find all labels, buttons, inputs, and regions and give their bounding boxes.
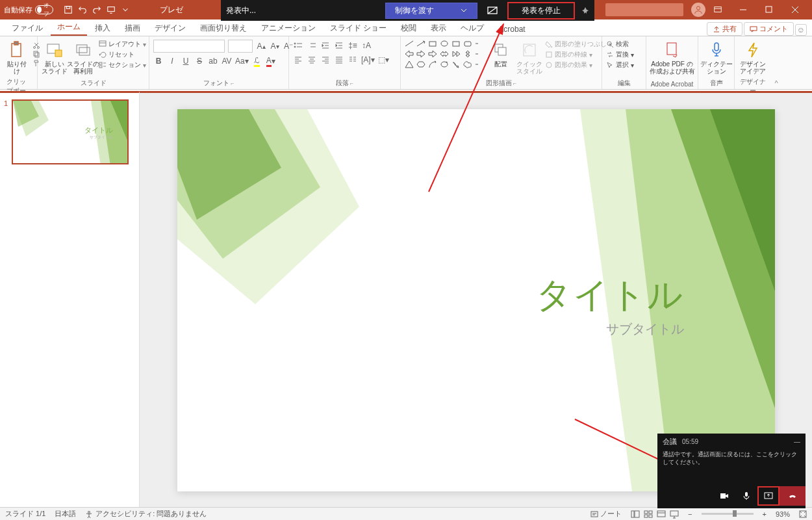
section-button[interactable]: セクション▾	[99, 60, 146, 70]
numbering-button[interactable]	[307, 40, 317, 51]
dictate-button[interactable]: ディクテー ション	[702, 40, 730, 76]
tab-slideshow[interactable]: スライド ショー	[324, 20, 393, 36]
strike-button[interactable]: S	[194, 55, 205, 67]
teams-mini-window[interactable]: 会議 05:59 — 通話中です。通話画面に戻るには、ここをクリックしてください…	[657, 434, 806, 508]
stop-presenting-button[interactable]: 発表を停止	[507, 2, 575, 20]
highlight-button[interactable]: ℒ	[252, 55, 262, 67]
slideshow-view-icon[interactable]	[670, 510, 679, 519]
increase-font-icon[interactable]: A▴	[256, 40, 266, 52]
shape-outline-button[interactable]: 図形の枠線▾	[545, 50, 612, 59]
hangup-button[interactable]	[780, 486, 806, 506]
align-right-button[interactable]	[320, 54, 331, 66]
minimize-button[interactable]	[730, 0, 756, 20]
font-color-button[interactable]: A▾	[266, 55, 276, 67]
shadow-button[interactable]: ab	[208, 55, 218, 67]
columns-button[interactable]	[348, 54, 358, 66]
arrange-button[interactable]: 配置	[488, 40, 514, 69]
normal-view-icon[interactable]	[631, 510, 640, 519]
ribbon-display-icon[interactable]	[713, 5, 722, 14]
tab-insert[interactable]: 挿入	[88, 20, 117, 36]
decrease-font-icon[interactable]: A▾	[270, 40, 280, 52]
indent-dec-button[interactable]	[320, 40, 331, 51]
notes-button[interactable]: ノート	[590, 509, 622, 519]
align-center-button[interactable]	[307, 54, 317, 66]
undo-icon[interactable]	[78, 5, 87, 14]
text-direction-button[interactable]: ↕A	[361, 40, 372, 51]
shape-effects-button[interactable]: 図形の効果▾	[545, 60, 612, 70]
zoom-in-icon[interactable]: +	[763, 510, 767, 518]
line-spacing-button[interactable]: ‡≡	[348, 40, 358, 51]
layout-button[interactable]: レイアウト▾	[99, 40, 146, 49]
bullets-button[interactable]	[293, 40, 303, 51]
give-control-dropdown[interactable]: 制御を渡す	[385, 3, 477, 19]
save-icon[interactable]	[64, 5, 73, 14]
share-button[interactable]: 共有	[707, 22, 742, 36]
slide-thumbnails-panel[interactable]: 1 タイトル サブタイトル	[0, 91, 140, 507]
close-button[interactable]	[782, 0, 808, 20]
shapes-gallery[interactable]	[405, 40, 485, 70]
tab-home[interactable]: ホーム	[51, 19, 87, 36]
maximize-button[interactable]	[756, 0, 782, 20]
underline-button[interactable]: U	[181, 55, 191, 67]
quick-styles-button[interactable]: クイック スタイル	[516, 40, 542, 76]
teams-mini-title: 会議	[663, 437, 677, 447]
zoom-slider[interactable]	[702, 513, 754, 515]
mic-button[interactable]	[735, 486, 757, 506]
user-avatar[interactable]	[691, 3, 705, 17]
feedback-icon[interactable]: ☺	[795, 24, 807, 36]
justify-button[interactable]	[334, 54, 344, 66]
indent-inc-button[interactable]	[334, 40, 344, 51]
new-slide-button[interactable]: 新しい スライド	[42, 40, 68, 76]
reuse-slides-button[interactable]: スライドの 再利用	[70, 40, 96, 76]
smartart-button[interactable]: ⬚▾	[378, 54, 389, 66]
zoom-level[interactable]: 93%	[776, 510, 790, 518]
slide-subtitle[interactable]: サブタイトル	[606, 320, 684, 338]
accessibility-status[interactable]: アクセシビリティ: 問題ありません	[85, 509, 207, 519]
tab-draw[interactable]: 描画	[118, 20, 147, 36]
share-screen-button[interactable]	[757, 486, 780, 506]
italic-button[interactable]: I	[167, 55, 177, 67]
launcher-icon[interactable]: ⌐	[513, 80, 516, 86]
more-icon[interactable]	[121, 5, 130, 14]
adobe-pdf-button[interactable]: Adobe PDF の 作成および共有	[650, 40, 694, 76]
align-text-button[interactable]: [A]▾	[361, 54, 375, 66]
tab-animations[interactable]: アニメーション	[255, 20, 322, 36]
char-spacing-button[interactable]: AV	[222, 55, 232, 67]
tab-acrobat[interactable]: Acrobat	[492, 22, 531, 36]
collapse-ribbon-icon[interactable]: ^	[771, 79, 781, 89]
teams-mini-minimize-icon[interactable]: —	[794, 438, 800, 445]
sorter-view-icon[interactable]	[644, 510, 653, 519]
slideshow-start-icon[interactable]	[107, 5, 116, 14]
bold-button[interactable]: B	[153, 55, 164, 67]
autosave-toggle[interactable]: 自動保存 オフ	[4, 5, 53, 15]
launcher-icon[interactable]: ⌐	[231, 80, 234, 86]
tab-view[interactable]: 表示	[424, 20, 453, 36]
slide-count[interactable]: スライド 1/1	[5, 509, 45, 519]
tab-transitions[interactable]: 画面切り替え	[194, 20, 253, 36]
shape-fill-button[interactable]: 図形の塗りつぶし▾	[545, 40, 612, 49]
reset-button[interactable]: リセット	[99, 50, 146, 59]
change-case-button[interactable]: Aa▾	[235, 55, 249, 67]
design-ideas-button[interactable]: デザイン アイデア	[739, 40, 767, 76]
camera-button[interactable]	[713, 486, 735, 506]
tab-help[interactable]: ヘルプ	[454, 20, 490, 36]
comments-button[interactable]: コメント	[744, 22, 794, 36]
tab-file[interactable]: ファイル	[5, 20, 49, 36]
reading-view-icon[interactable]	[657, 510, 666, 519]
font-family-combo[interactable]	[153, 40, 225, 53]
launcher-icon[interactable]: ⌐	[350, 80, 353, 86]
paste-button[interactable]: 貼り付け	[4, 40, 30, 76]
font-size-combo[interactable]	[228, 40, 253, 53]
language-status[interactable]: 日本語	[55, 509, 76, 519]
slide-title[interactable]: タイトル	[536, 272, 684, 319]
tab-design[interactable]: デザイン	[148, 20, 192, 36]
include-system-audio-icon[interactable]	[484, 3, 501, 18]
fit-to-window-icon[interactable]	[799, 510, 807, 518]
redo-icon[interactable]	[92, 5, 101, 14]
align-left-button[interactable]	[293, 54, 303, 66]
search-box[interactable]	[605, 3, 683, 16]
zoom-out-icon[interactable]: −	[688, 510, 692, 518]
slide-thumbnail-1[interactable]: タイトル サブタイトル	[12, 99, 129, 164]
tab-review[interactable]: 校閲	[394, 20, 423, 36]
pin-icon[interactable]	[581, 6, 589, 14]
